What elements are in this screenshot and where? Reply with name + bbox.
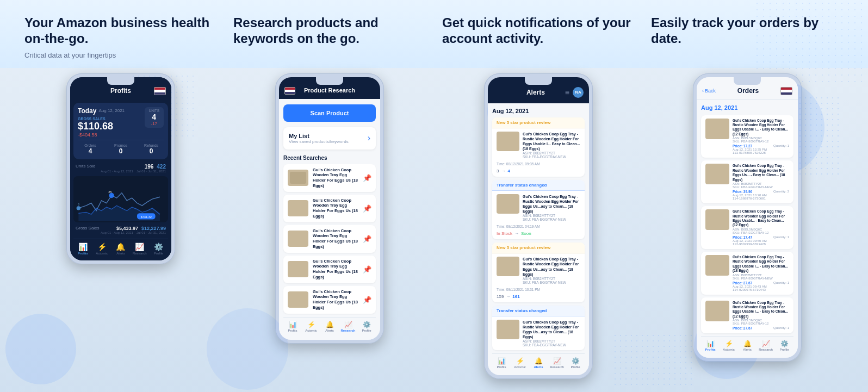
alert1-product: Gui's Chicken Coop Egg Tray - Rustic Woo… — [523, 132, 580, 151]
nav2-research[interactable]: 📈 Research — [339, 321, 357, 332]
alert-card-4: Transfer status changed Gui's Chicken Co… — [492, 306, 585, 350]
order-card-2: Gui's Chicken Coop Egg Tray - Rustic Woo… — [701, 160, 793, 203]
order2-qty: Quantity: 2 — [773, 190, 789, 194]
order1-sku: SKU: FBA-EGGTRAY-12 — [733, 140, 789, 143]
product-item-1[interactable]: Gui's Chicken Coop Wooden Tray Egg Holde… — [283, 164, 376, 192]
pin-icon-4: 📌 — [363, 265, 371, 273]
order1-price: Price: 17.27 — [733, 144, 752, 148]
p4-back-button[interactable]: ‹ Back — [702, 88, 716, 94]
product-item-3[interactable]: Gui's Chicken Coop Wooden Tray Egg Holde… — [283, 225, 376, 253]
svg-text:$731.32: $731.32 — [141, 215, 152, 218]
promos-label: Promos — [108, 144, 133, 147]
order2-name: Gui's Chicken Coop Egg Tray - Rustic Woo… — [733, 164, 789, 182]
order4-qty: Quantity: 1 — [773, 281, 789, 285]
my-list-card[interactable]: My List View saved products/keywords › — [283, 127, 376, 150]
gross-sales-label: GROSS SALES — [78, 117, 125, 121]
units-value: 4 — [149, 113, 160, 121]
na-badge: NA — [573, 87, 584, 98]
section-header-alerts: Get quick notifications of your account … — [434, 15, 643, 59]
hamburger-icon[interactable]: ≡ — [565, 88, 569, 97]
nav2-profile[interactable]: ⚙️ Profile — [357, 321, 376, 332]
order1-qty: Quantity: 1 — [773, 144, 789, 148]
nav3-profile[interactable]: ⚙️ Profile — [566, 357, 585, 369]
nav-item-profile-1[interactable]: ⚙️ Profile — [149, 242, 168, 255]
order5-name: Gui's Chicken Coop Egg Tray - Rustic Woo… — [733, 301, 789, 319]
pin-icon-1: 📌 — [363, 174, 371, 182]
p3-title: Alerts — [526, 89, 545, 96]
nav2-actornic[interactable]: ⚡ Actornic — [302, 321, 320, 332]
nav2-profits[interactable]: 📊 Profits — [283, 321, 302, 332]
nav4-research[interactable]: 📈 Research — [757, 340, 775, 351]
nav4-profile[interactable]: ⚙️ Profile — [775, 340, 793, 351]
alert3-asin: ASIN: B0B2MTTY2T — [523, 277, 580, 281]
nav3-alerts[interactable]: 🔔 Alerts — [529, 357, 548, 369]
recent-searches-label: Recent Searches — [283, 155, 376, 161]
order1-id: 113-0178808-7526228 — [733, 151, 789, 154]
order3-qty: Quantity: 1 — [773, 235, 789, 239]
product-item-4[interactable]: Gui's Chicken Coop Wooden Tray Egg Holde… — [283, 256, 376, 283]
nav4-profits[interactable]: 📊 Profits — [701, 340, 720, 351]
my-list-arrow: › — [368, 133, 370, 143]
nav-item-research-1[interactable]: 📈 Research — [130, 242, 149, 255]
order2-sku: SKU: FBA-EGGTRAY-NEW — [733, 185, 789, 189]
order-card-3: Gui's Chicken Coop Egg Tray - Rustic Woo… — [701, 206, 793, 249]
p1-nav: 📊 Profits ⚡ Actornic 🔔 Alerts — [73, 239, 168, 257]
units-period1: Aug 01 - Aug 12, 2021 — [101, 170, 133, 173]
nav3-profits[interactable]: 📊 Profits — [492, 357, 511, 369]
nav-item-profits[interactable]: 📊 Profits — [73, 242, 92, 255]
svg-text:3: 3 — [78, 203, 79, 206]
today-label: Today — [78, 107, 96, 115]
svg-text:25: 25 — [108, 190, 111, 193]
orders-value: 4 — [78, 147, 103, 155]
svg-point-3 — [77, 206, 80, 210]
order4-price: Price: 27.67 — [733, 281, 752, 285]
alert-card-3: New 5 star product review Gui's Chicken … — [492, 242, 585, 302]
promos-value: 0 — [108, 147, 133, 155]
gs-label: Gross Sales — [76, 226, 100, 231]
order3-price: Price: 17.47 — [733, 235, 752, 239]
units-change: -17 — [149, 121, 160, 126]
product-item-5[interactable]: Gui's Chicken Coop Wooden Tray Egg Holde… — [283, 286, 376, 314]
gs-val1: $5,433.97 — [116, 226, 138, 231]
nav3-actornic[interactable]: ⚡ Actornic — [511, 357, 529, 369]
alert-card-2: Transfer status changed Gui's Chicken Co… — [492, 180, 585, 239]
order5-price: Price: 27.67 — [733, 326, 752, 330]
order4-id: 114-9209975-6719443 — [733, 288, 789, 291]
nav4-alerts[interactable]: 🔔 Alerts — [738, 340, 757, 351]
nav-item-alerts-1[interactable]: 🔔 Alerts — [111, 242, 131, 255]
pin-icon-2: 📌 — [363, 204, 371, 213]
section-subtitle-profits: Critical data at your fingertips — [24, 51, 217, 59]
nav-item-actornic-1[interactable]: ⚡ Actornic — [92, 242, 111, 255]
product-item-2[interactable]: Gui's Chicken Coop Wooden Tray Egg Holde… — [283, 195, 376, 222]
nav3-research[interactable]: 📈 Research — [548, 357, 566, 369]
p1-title: Profits — [110, 87, 131, 95]
my-list-title: My List — [289, 133, 349, 139]
nav2-alerts[interactable]: 🔔 Alerts — [320, 321, 339, 332]
refunds-value: 0 — [139, 147, 164, 155]
order5-qty: Quantity: 1 — [773, 326, 789, 330]
p2-nav: 📊 Profits ⚡ Actornic 🔔 Alerts — [283, 317, 376, 334]
order2-id: 114-1668976-2730681 — [733, 197, 789, 200]
units-sold-val1: 196 — [145, 164, 154, 170]
gross-sales-change: -$404.58 — [78, 132, 125, 138]
nav4-actornic[interactable]: ⚡ Actornic — [720, 340, 738, 351]
svg-point-1 — [109, 192, 114, 197]
p1-flag — [154, 87, 166, 95]
order3-id: 112-9802939-8823428 — [733, 242, 789, 246]
order3-sku: SKU: FBA-EGGTRAY-12 — [733, 231, 789, 234]
section-header-research: Research products and keywords on the go… — [225, 15, 434, 59]
refunds-label: Refunds — [139, 144, 164, 147]
product-1-name: Gui's Chicken Coop Wooden Tray Egg Holde… — [313, 167, 358, 189]
section-title-alerts: Get quick notifications of your account … — [442, 15, 635, 47]
alert3-product: Gui's Chicken Coop Egg Tray - Rustic Woo… — [523, 257, 580, 276]
order5-sku: SKU: FBA-EGGTRAY-12 — [733, 322, 789, 325]
alert2-asin: ASIN: B0B2MTTY2T — [523, 214, 580, 217]
order4-name: Gui's Chicken Coop Egg Tray - Rustic Woo… — [733, 255, 789, 273]
phone-alerts: Alerts ≡ NA Aug 12, 2021 New 5 star prod… — [434, 68, 643, 385]
order-card-4: Gui's Chicken Coop Egg Tray - Rustic Woo… — [701, 252, 793, 295]
units-sold-label: Units Sold — [76, 164, 95, 170]
alert-card-1: New 5 star product review Gui's Chicken … — [492, 117, 585, 177]
order-card-5: Gui's Chicken Coop Egg Tray - Rustic Woo… — [701, 297, 793, 334]
units-sold-val2: 422 — [157, 164, 166, 170]
scan-product-button[interactable]: Scan Product — [283, 104, 376, 122]
